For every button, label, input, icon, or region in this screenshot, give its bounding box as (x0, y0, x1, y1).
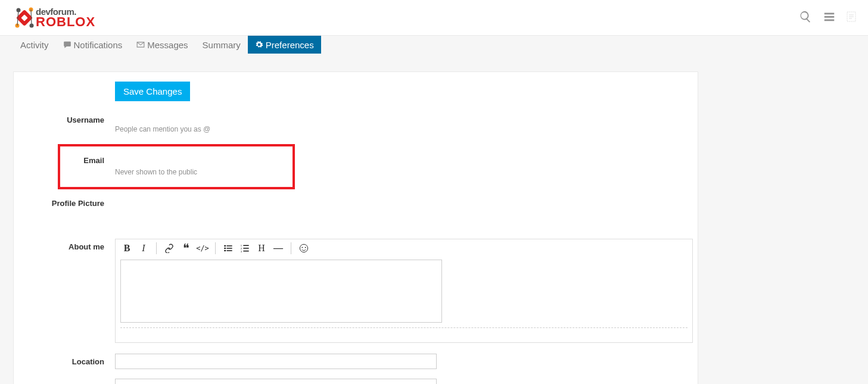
logo-icon (12, 5, 37, 30)
code-button[interactable]: </> (195, 241, 210, 256)
username-hint: People can mention you as @ (115, 125, 686, 133)
tab-label: Messages (147, 40, 188, 50)
editor-toolbar: B I ❝ </> 123 (116, 239, 692, 257)
site-header: devforum. ROBLOX (0, 0, 868, 36)
smile-icon (299, 243, 309, 253)
envelope-icon (136, 40, 145, 49)
bullet-list-button[interactable] (220, 241, 236, 256)
svg-line-7 (31, 10, 32, 26)
heading-button[interactable]: H (254, 241, 269, 256)
mention-handle (210, 126, 240, 133)
site-logo[interactable]: devforum. ROBLOX (12, 5, 95, 30)
list-ul-icon (223, 243, 233, 253)
username-label: Username (14, 112, 115, 124)
hint-mention-text: People can mention you as @ (115, 125, 210, 133)
svg-point-11 (224, 250, 226, 252)
link-icon (164, 243, 174, 253)
email-value (115, 154, 252, 166)
tab-label: Activity (20, 40, 49, 50)
tab-summary[interactable]: Summary (195, 36, 248, 54)
toolbar-separator (291, 242, 291, 254)
hamburger-menu-icon[interactable] (823, 10, 836, 25)
location-input[interactable] (115, 354, 437, 369)
tab-preferences[interactable]: Preferences (248, 36, 321, 54)
svg-rect-14 (226, 251, 232, 251)
svg-rect-19 (243, 248, 248, 249)
save-button[interactable]: Save Changes (115, 82, 190, 101)
hr-button[interactable]: — (270, 241, 286, 256)
quote-button[interactable]: ❝ (178, 241, 194, 256)
header-actions (799, 10, 856, 25)
svg-rect-13 (226, 248, 232, 249)
tab-label: Notifications (74, 40, 123, 50)
profile-picture-label: Profile Picture (14, 195, 115, 208)
svg-point-9 (224, 245, 226, 247)
italic-button[interactable]: I (136, 241, 151, 256)
tab-label: Summary (203, 40, 241, 50)
tab-notifications[interactable]: Notifications (56, 36, 130, 54)
page-icon[interactable] (847, 11, 856, 24)
about-me-editor: B I ❝ </> 123 (115, 239, 693, 343)
logo-text-bottom: ROBLOX (36, 16, 95, 28)
list-ol-icon: 123 (240, 243, 250, 253)
page-body: Activity Notifications Messages Summary … (0, 36, 868, 384)
bold-button[interactable]: B (119, 241, 135, 256)
email-highlight-box: Email Never shown to the public (58, 144, 295, 189)
svg-rect-12 (226, 246, 232, 246)
svg-point-22 (302, 247, 303, 248)
about-me-textarea[interactable] (120, 260, 442, 323)
profile-tabs: Activity Notifications Messages Summary … (13, 36, 868, 54)
username-value (115, 112, 163, 123)
about-me-label: About me (14, 239, 115, 251)
editor-preview-divider (120, 327, 687, 328)
website-input[interactable] (115, 379, 437, 384)
location-label: Location (14, 354, 115, 366)
svg-rect-18 (243, 245, 248, 246)
svg-point-21 (300, 245, 307, 252)
email-label: Email (66, 154, 115, 176)
number-list-button[interactable]: 123 (237, 241, 253, 256)
preferences-panel: Save Changes Username People can mention… (13, 71, 698, 384)
search-icon[interactable] (799, 10, 812, 25)
emoji-button[interactable] (296, 241, 312, 256)
comment-icon (63, 40, 71, 49)
svg-point-23 (305, 247, 306, 248)
svg-rect-20 (243, 251, 248, 251)
gear-icon (255, 40, 263, 49)
svg-point-10 (224, 248, 226, 249)
email-hint: Never shown to the public (115, 168, 252, 176)
toolbar-separator (156, 242, 157, 254)
tab-label: Preferences (266, 40, 314, 50)
link-button[interactable] (161, 241, 177, 256)
tab-messages[interactable]: Messages (129, 36, 195, 54)
website-label: Web Site (14, 379, 115, 384)
tab-activity[interactable]: Activity (13, 36, 56, 54)
svg-text:3: 3 (241, 250, 242, 253)
toolbar-separator (215, 242, 216, 254)
